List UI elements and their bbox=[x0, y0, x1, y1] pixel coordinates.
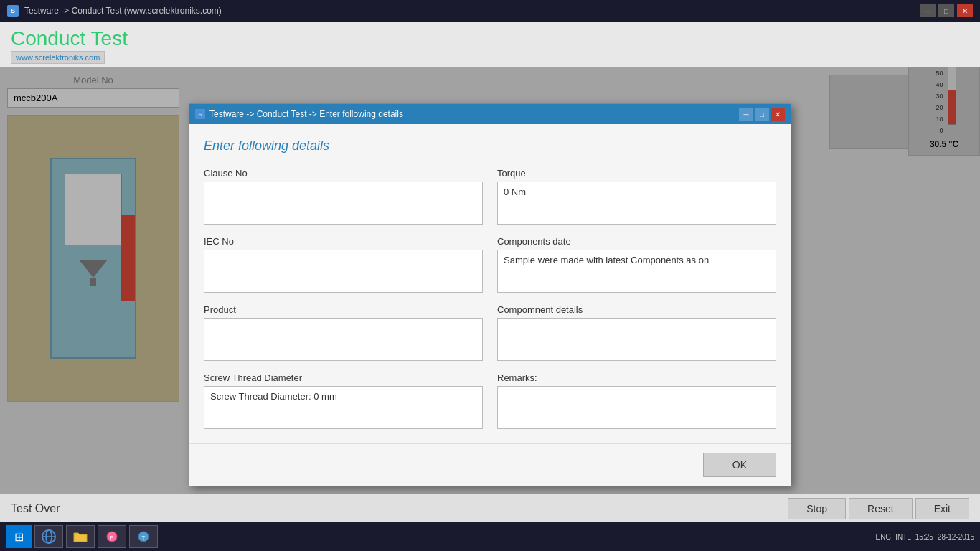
minimize-button[interactable]: ─ bbox=[920, 4, 936, 17]
screw-thread-label: Screw Thread Diameter bbox=[204, 372, 483, 383]
torque-field: Torque bbox=[497, 168, 776, 225]
modal-body: Enter following details Clause No Torque bbox=[189, 124, 791, 443]
svg-text:P: P bbox=[110, 534, 113, 541]
remarks-label: Remarks: bbox=[497, 372, 776, 383]
components-date-label: Components date bbox=[497, 236, 776, 247]
clause-no-label: Clause No bbox=[204, 168, 483, 179]
modal-overlay: S Testware -> Conduct Test -> Enter foll… bbox=[0, 67, 980, 494]
taskbar-left: ⊞ P T bbox=[6, 525, 158, 548]
paint-icon: P bbox=[105, 529, 119, 544]
gear-icon: T bbox=[136, 529, 151, 544]
taskbar-date: 28-12-2015 bbox=[938, 533, 974, 541]
folder-icon bbox=[73, 530, 88, 543]
exit-button[interactable]: Exit bbox=[915, 498, 969, 519]
maximize-button[interactable]: □ bbox=[938, 4, 954, 17]
app-area: Conduct Test www.screlektroniks.com Mode… bbox=[0, 22, 980, 522]
title-bar-text: Testware -> Conduct Test (www.screlektro… bbox=[24, 6, 222, 16]
taskbar-folder[interactable] bbox=[66, 525, 95, 548]
form-grid: Clause No Torque IEC No bbox=[204, 168, 776, 429]
components-date-field: Components date bbox=[497, 236, 776, 293]
ie-icon bbox=[42, 529, 56, 544]
screw-thread-input[interactable] bbox=[204, 386, 483, 429]
clause-no-input[interactable] bbox=[204, 182, 483, 225]
clause-no-field: Clause No bbox=[204, 168, 483, 225]
iec-no-input[interactable] bbox=[204, 250, 483, 293]
taskbar-time: 15:25 bbox=[915, 533, 933, 541]
components-date-input[interactable] bbox=[497, 250, 776, 293]
iec-no-label: IEC No bbox=[204, 236, 483, 247]
modal-dialog: S Testware -> Conduct Test -> Enter foll… bbox=[189, 103, 791, 486]
modal-close-btn[interactable]: ✕ bbox=[771, 108, 785, 121]
app-link[interactable]: www.screlektroniks.com bbox=[11, 51, 105, 64]
taskbar-ie[interactable] bbox=[34, 525, 63, 548]
status-bar: Test Over Stop Reset Exit bbox=[0, 494, 980, 522]
close-button[interactable]: ✕ bbox=[957, 4, 973, 17]
modal-heading: Enter following details bbox=[204, 138, 776, 154]
app-header: Conduct Test www.screlektroniks.com bbox=[0, 22, 980, 67]
screw-thread-field: Screw Thread Diameter bbox=[204, 372, 483, 429]
torque-input[interactable] bbox=[497, 182, 776, 225]
taskbar-app4[interactable]: T bbox=[129, 525, 158, 548]
start-button[interactable]: ⊞ bbox=[6, 525, 32, 548]
taskbar-paint[interactable]: P bbox=[98, 525, 126, 548]
modal-title: Testware -> Conduct Test -> Enter follow… bbox=[209, 109, 403, 119]
component-details-input[interactable] bbox=[497, 318, 776, 361]
status-buttons: Stop Reset Exit bbox=[788, 498, 969, 519]
modal-maximize-btn[interactable]: □ bbox=[755, 108, 769, 121]
product-input[interactable] bbox=[204, 318, 483, 361]
title-bar: S Testware -> Conduct Test (www.screlekt… bbox=[0, 0, 980, 22]
remarks-field: Remarks: bbox=[497, 372, 776, 429]
product-field: Product bbox=[204, 304, 483, 361]
remarks-input[interactable] bbox=[497, 386, 776, 429]
main-content: Model No mccb200A mccb100A mccb400A bbox=[0, 67, 980, 494]
taskbar-right: ENG INTL 15:25 28-12-2015 bbox=[875, 533, 974, 541]
status-text: Test Over bbox=[11, 502, 60, 515]
app-logo: S bbox=[7, 5, 19, 17]
taskbar-intl: INTL bbox=[895, 533, 911, 541]
modal-titlebar: S Testware -> Conduct Test -> Enter foll… bbox=[189, 104, 791, 124]
app-title: Conduct Test bbox=[11, 27, 969, 50]
torque-label: Torque bbox=[497, 168, 776, 179]
product-label: Product bbox=[204, 304, 483, 315]
svg-text:T: T bbox=[142, 534, 146, 541]
iec-no-field: IEC No bbox=[204, 236, 483, 293]
modal-minimize-btn[interactable]: ─ bbox=[739, 108, 753, 121]
ok-button[interactable]: OK bbox=[703, 453, 776, 477]
component-details-field: Compomnent details bbox=[497, 304, 776, 361]
taskbar: ⊞ P T ENG INTL 1 bbox=[0, 522, 980, 551]
reset-button[interactable]: Reset bbox=[849, 498, 913, 519]
stop-button[interactable]: Stop bbox=[788, 498, 846, 519]
modal-logo: S bbox=[195, 109, 205, 119]
modal-footer: OK bbox=[189, 443, 791, 486]
taskbar-lang: ENG bbox=[875, 533, 891, 541]
component-details-label: Compomnent details bbox=[497, 304, 776, 315]
